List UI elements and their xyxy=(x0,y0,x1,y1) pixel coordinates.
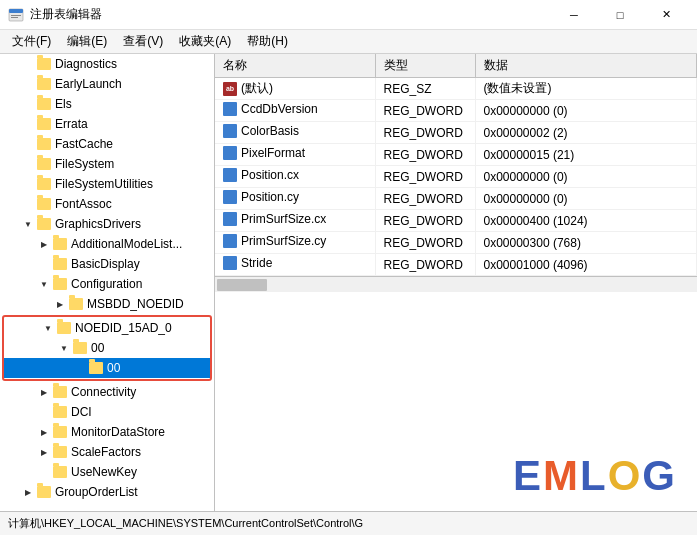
reg-data-cell: 0x00000000 (0) xyxy=(475,188,697,210)
expand-arrow xyxy=(20,136,36,152)
tree-item-connectivity[interactable]: ▶ Connectivity xyxy=(0,382,214,402)
status-text: 计算机\HKEY_LOCAL_MACHINE\SYSTEM\CurrentCon… xyxy=(8,516,363,531)
tree-label: FileSystem xyxy=(55,157,114,171)
folder-icon xyxy=(36,485,52,499)
expand-arrow xyxy=(20,76,36,92)
close-button[interactable]: ✕ xyxy=(643,0,689,30)
expand-arrow xyxy=(36,464,52,480)
reg-type-cell: REG_SZ xyxy=(375,78,475,100)
table-row[interactable]: PrimSurfSize.cyREG_DWORD0x00000300 (768) xyxy=(215,232,697,254)
tree-label: NOEDID_15AD_0 xyxy=(75,321,172,335)
tree-item-noedid[interactable]: ▼ NOEDID_15AD_0 xyxy=(4,318,210,338)
menu-bar: 文件(F) 编辑(E) 查看(V) 收藏夹(A) 帮助(H) xyxy=(0,30,697,54)
tree-item[interactable]: FontAssoc xyxy=(0,194,214,214)
tree-item[interactable]: BasicDisplay xyxy=(0,254,214,274)
reg-data-cell: 0x00000015 (21) xyxy=(475,144,697,166)
tree-item[interactable]: EarlyLaunch xyxy=(0,74,214,94)
reg-type-cell: REG_DWORD xyxy=(375,144,475,166)
svg-rect-2 xyxy=(11,15,21,16)
tree-label: Errata xyxy=(55,117,88,131)
tree-item[interactable]: ▼ GraphicsDrivers xyxy=(0,214,214,234)
reg-type-cell: REG_DWORD xyxy=(375,188,475,210)
reg-data-cell: 0x00000300 (768) xyxy=(475,232,697,254)
tree-label: MSBDD_NOEDID xyxy=(87,297,184,311)
window-controls: ─ □ ✕ xyxy=(551,0,689,30)
registry-table: 名称 类型 数据 ab(默认)REG_SZ(数值未设置)CcdDbVersion… xyxy=(215,54,697,276)
menu-help[interactable]: 帮助(H) xyxy=(239,31,296,52)
reg-data-cell: 0x00000002 (2) xyxy=(475,122,697,144)
folder-icon xyxy=(52,385,68,399)
table-row[interactable]: CcdDbVersionREG_DWORD0x00000000 (0) xyxy=(215,100,697,122)
tree-label: FontAssoc xyxy=(55,197,112,211)
expand-arrow xyxy=(20,116,36,132)
tree-item[interactable]: FileSystem xyxy=(0,154,214,174)
reg-name-cell: PixelFormat xyxy=(215,144,375,166)
emlog-watermark: E M L O G xyxy=(513,452,677,500)
expand-arrow xyxy=(20,196,36,212)
table-row[interactable]: ab(默认)REG_SZ(数值未设置) xyxy=(215,78,697,100)
menu-favorites[interactable]: 收藏夹(A) xyxy=(171,31,239,52)
folder-icon xyxy=(52,425,68,439)
folder-icon xyxy=(36,97,52,111)
tree-item[interactable]: DCI xyxy=(0,402,214,422)
reg-type-cell: REG_DWORD xyxy=(375,232,475,254)
table-row[interactable]: Position.cyREG_DWORD0x00000000 (0) xyxy=(215,188,697,210)
tree-item[interactable]: ▶ GroupOrderList xyxy=(0,482,214,502)
tree-item[interactable]: ▼ Configuration xyxy=(0,274,214,294)
reg-name-cell: ab(默认) xyxy=(215,78,375,100)
tree-item[interactable]: UseNewKey xyxy=(0,462,214,482)
tree-item-00-parent[interactable]: ▼ 00 xyxy=(4,338,210,358)
tree-item[interactable]: Diagnostics xyxy=(0,54,214,74)
menu-file[interactable]: 文件(F) xyxy=(4,31,59,52)
tree-label: BasicDisplay xyxy=(71,257,140,271)
reg-name-cell: CcdDbVersion xyxy=(215,100,375,122)
minimize-button[interactable]: ─ xyxy=(551,0,597,30)
table-row[interactable]: PrimSurfSize.cxREG_DWORD0x00000400 (1024… xyxy=(215,210,697,232)
status-bar: 计算机\HKEY_LOCAL_MACHINE\SYSTEM\CurrentCon… xyxy=(0,511,697,535)
tree-label: DCI xyxy=(71,405,92,419)
folder-icon xyxy=(56,321,72,335)
folder-icon xyxy=(36,117,52,131)
expand-arrow: ▶ xyxy=(36,236,52,252)
table-row[interactable]: Position.cxREG_DWORD0x00000000 (0) xyxy=(215,166,697,188)
reg-data-cell: 0x00000400 (1024) xyxy=(475,210,697,232)
menu-edit[interactable]: 编辑(E) xyxy=(59,31,115,52)
tree-item[interactable]: ▶ MonitorDataStore xyxy=(0,422,214,442)
folder-icon xyxy=(68,297,84,311)
table-row[interactable]: PixelFormatREG_DWORD0x00000015 (21) xyxy=(215,144,697,166)
expand-arrow: ▶ xyxy=(36,444,52,460)
tree-item[interactable]: ▶ MSBDD_NOEDID xyxy=(0,294,214,314)
reg-type-cell: REG_DWORD xyxy=(375,166,475,188)
folder-icon xyxy=(36,77,52,91)
tree-item[interactable]: Errata xyxy=(0,114,214,134)
values-hscrollbar[interactable] xyxy=(215,276,697,292)
folder-icon xyxy=(36,217,52,231)
expand-arrow xyxy=(72,360,88,376)
tree-item[interactable]: ▶ ScaleFactors xyxy=(0,442,214,462)
app-icon xyxy=(8,7,24,23)
tree-item[interactable]: FileSystemUtilities xyxy=(0,174,214,194)
folder-icon xyxy=(36,137,52,151)
expand-arrow: ▶ xyxy=(36,424,52,440)
registry-values-pane: 名称 类型 数据 ab(默认)REG_SZ(数值未设置)CcdDbVersion… xyxy=(215,54,697,511)
expand-arrow xyxy=(20,156,36,172)
expand-arrow xyxy=(36,256,52,272)
tree-label: MonitorDataStore xyxy=(71,425,165,439)
expand-arrow: ▼ xyxy=(56,340,72,356)
table-row[interactable]: StrideREG_DWORD0x00001000 (4096) xyxy=(215,254,697,276)
reg-name-cell: PrimSurfSize.cy xyxy=(215,232,375,254)
tree-label: Els xyxy=(55,97,72,111)
table-row[interactable]: ColorBasisREG_DWORD0x00000002 (2) xyxy=(215,122,697,144)
tree-item[interactable]: ▶ AdditionalModeList... xyxy=(0,234,214,254)
tree-label: EarlyLaunch xyxy=(55,77,122,91)
expand-arrow: ▶ xyxy=(20,484,36,500)
tree-item[interactable]: Els xyxy=(0,94,214,114)
expand-arrow xyxy=(36,404,52,420)
tree-item-00-child[interactable]: 00 xyxy=(4,358,210,378)
menu-view[interactable]: 查看(V) xyxy=(115,31,171,52)
reg-data-cell: 0x00001000 (4096) xyxy=(475,254,697,276)
tree-item[interactable]: FastCache xyxy=(0,134,214,154)
reg-type-cell: REG_DWORD xyxy=(375,210,475,232)
maximize-button[interactable]: □ xyxy=(597,0,643,30)
folder-icon xyxy=(88,361,104,375)
